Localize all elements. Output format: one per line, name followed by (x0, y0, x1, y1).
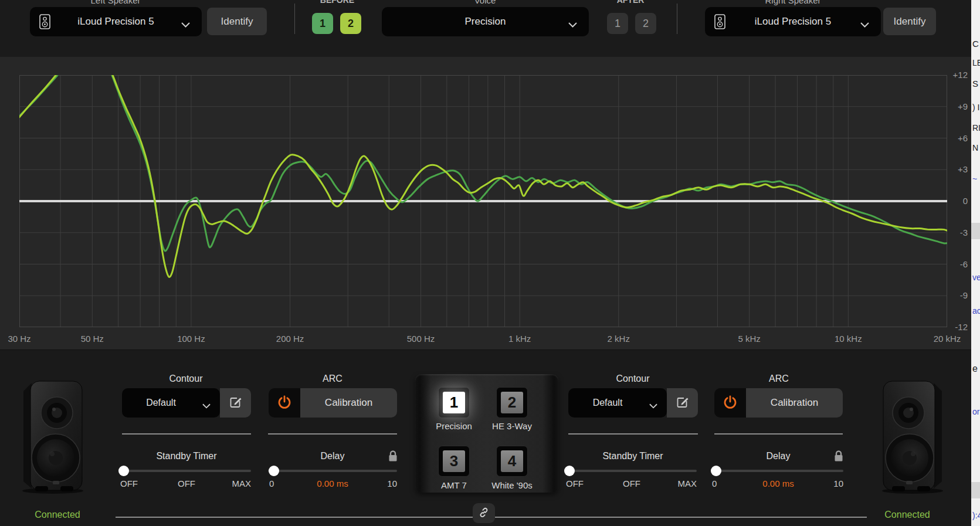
x-tick-20-khz: 20 kHz (934, 334, 961, 344)
right-delay-slider-thumb[interactable] (711, 466, 721, 476)
right-contour-value: Default (574, 398, 641, 408)
before-1-button[interactable]: 1 (312, 13, 333, 34)
preset-3-button[interactable]: 3 (438, 446, 470, 477)
x-tick-1-khz: 1 kHz (508, 334, 531, 344)
power-icon (277, 395, 292, 412)
y-tick-+9: +9 (937, 101, 968, 111)
preset-2-key: 2 (501, 392, 523, 413)
link-chain-icon (478, 507, 490, 520)
right-standby-slider-track[interactable] (564, 470, 697, 472)
left-standby-slider-track[interactable] (119, 470, 251, 472)
y-tick--12: -12 (937, 322, 968, 332)
y-tick--9: -9 (937, 290, 968, 300)
right-standby-slider-thumb[interactable] (564, 466, 575, 476)
left-identify-button[interactable]: Identify (207, 8, 267, 35)
chevron-down-icon (181, 19, 190, 30)
right-delay-value: 0.00 ms (762, 479, 794, 488)
chevron-down-icon (860, 19, 869, 30)
after-2-button[interactable]: 2 (635, 13, 656, 34)
right-calibration-button[interactable]: Calibration (746, 388, 843, 418)
chevron-down-icon (649, 401, 657, 411)
right-standby-label: Standby Timer (602, 451, 663, 461)
left-standby-max: MAX (232, 479, 251, 488)
preset-2-label: HE 3-Way (492, 421, 532, 431)
right-standby-mid: OFF (623, 479, 640, 488)
left-delay-value: 0.00 ms (317, 479, 348, 488)
right-arc-divider (714, 433, 843, 435)
frequency-response-plot (19, 75, 947, 327)
preset-3-label: AMT 7 (441, 480, 467, 490)
left-delay-label: Delay (321, 451, 345, 461)
right-speaker-dropdown[interactable]: iLoud Precision 5 (705, 7, 881, 36)
iloud-precision-app-window: Left Speaker BEFORE Voice AFTER Right Sp… (0, 0, 980, 526)
preset-2-button[interactable]: 2 (496, 387, 528, 418)
preset-1-button[interactable]: 1 (438, 387, 470, 418)
after-label: AFTER (617, 0, 645, 5)
left-connected-status: Connected (35, 510, 80, 520)
right-contour-label: Contour (616, 374, 650, 384)
x-tick-50-hz: 50 Hz (81, 334, 104, 344)
left-contour-label: Contour (169, 374, 203, 384)
left-delay-slider-thumb[interactable] (269, 466, 279, 476)
right-arc-control: Calibration (714, 388, 843, 418)
background-window-band-1 (971, 482, 980, 498)
left-arc-control: Calibration (269, 388, 397, 418)
top-divider-left (294, 4, 295, 34)
power-icon (723, 395, 738, 412)
after-1-button[interactable]: 1 (607, 13, 628, 34)
background-window-text-fragment-10: or (972, 407, 979, 416)
x-tick-500-hz: 500 Hz (407, 334, 435, 344)
right-arc-label: ARC (769, 374, 789, 384)
background-window-text-fragment-8: ac (972, 306, 980, 315)
y-tick-+12: +12 (937, 70, 968, 80)
left-calibration-button[interactable]: Calibration (300, 388, 397, 418)
right-delay-label: Delay (767, 451, 791, 461)
right-speaker-value: iLoud Precision 5 (705, 16, 881, 28)
background-window-text-fragment-4: RI (972, 123, 980, 133)
left-speaker-value: iLoud Precision 5 (30, 16, 202, 28)
voice-label: Voice (474, 0, 496, 5)
chevron-down-icon (202, 401, 211, 411)
preset-4-label: White '90s (491, 480, 533, 490)
right-speaker-image (879, 377, 948, 494)
right-contour-divider (568, 433, 698, 435)
right-identify-button[interactable]: Identify (883, 8, 936, 35)
right-delay-min: 0 (712, 479, 717, 488)
left-standby-slider-thumb[interactable] (118, 466, 129, 476)
left-arc-power-button[interactable] (269, 388, 300, 418)
right-connected-status: Connected (884, 510, 930, 520)
left-contour-edit-button[interactable] (220, 388, 251, 418)
y-tick-+3: +3 (937, 164, 968, 174)
right-contour-dropdown[interactable]: Default (568, 388, 667, 418)
background-window-text-fragment-9: e (972, 364, 978, 374)
preset-4-button[interactable]: 4 (496, 446, 528, 477)
left-standby-mid: OFF (178, 479, 195, 488)
x-tick-2-khz: 2 kHz (608, 334, 630, 344)
top-divider-right (677, 4, 677, 34)
voice-preset-panel: 1 2 Precision HE 3-Way 3 4 AMT 7 White '… (415, 374, 558, 493)
preset-3-key: 3 (443, 450, 465, 472)
voice-dropdown[interactable]: Precision (382, 7, 589, 36)
right-contour-edit-button[interactable] (667, 388, 698, 418)
preset-1-label: Precision (436, 421, 472, 431)
left-delay-slider-track[interactable] (268, 470, 397, 472)
background-window-text-fragment-5: N (972, 143, 978, 152)
background-window-text-fragment-2: S (972, 79, 978, 89)
right-delay-slider-track[interactable] (711, 470, 843, 472)
background-window-text-fragment-0: C (972, 39, 979, 49)
voice-value: Precision (382, 16, 589, 28)
left-speaker-image (18, 377, 87, 494)
left-speaker-dropdown[interactable]: iLoud Precision 5 (30, 7, 202, 36)
right-arc-power-button[interactable] (714, 388, 746, 418)
x-tick-200-hz: 200 Hz (276, 334, 304, 344)
stereo-link-button[interactable] (473, 503, 495, 523)
y-tick--6: -6 (937, 259, 968, 269)
edit-pencil-icon (676, 395, 690, 411)
before-2-button[interactable]: 2 (340, 13, 361, 34)
before-label: BEFORE (320, 0, 354, 5)
y-tick-+6: +6 (937, 133, 968, 143)
y-tick--3: -3 (937, 228, 968, 237)
left-contour-dropdown[interactable]: Default (122, 388, 220, 418)
left-standby-min: OFF (120, 479, 138, 488)
right-standby-max: MAX (677, 479, 697, 488)
